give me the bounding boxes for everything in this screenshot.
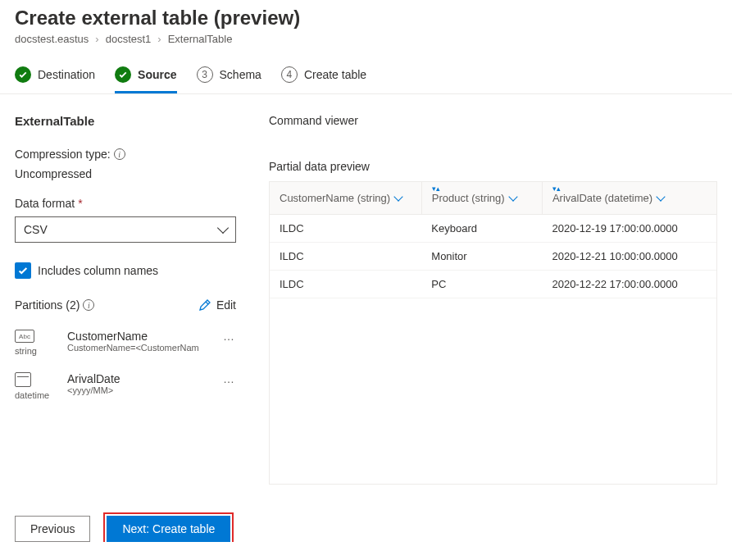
edit-partitions-button[interactable]: Edit [198,298,236,312]
partition-pattern: CustomerName=<CustomerNam [67,343,216,353]
step-destination[interactable]: Destination [15,60,95,93]
edit-label: Edit [216,298,236,312]
sort-icon: ▾▴ [432,184,440,193]
partition-name: CustomerName [67,330,216,343]
info-icon[interactable]: i [83,299,94,311]
table-cell: 2020-12-22 17:00:00.0000 [542,271,716,298]
more-icon[interactable]: … [223,372,236,385]
column-header-label: CustomerName (string) [280,192,390,204]
partition-name: ArivalDate [67,372,216,385]
table-name-heading: ExternalTable [15,114,236,128]
table-cell: Monitor [421,243,542,271]
table-row: ILDC Monitor 2020-12-21 10:00:00.0000 [270,243,716,271]
wizard-steps: Destination Source 3 Schema 4 Create tab… [0,60,732,94]
step-label: Schema [220,68,261,81]
pencil-icon [198,298,211,312]
string-type-icon: Abc [15,330,34,343]
column-header-label: Product (string) [432,192,505,204]
chevron-down-icon [508,192,517,201]
column-header[interactable]: ▾▴ ArivalDate (datetime) [542,182,716,215]
next-create-table-button[interactable]: Next: Create table [107,516,230,542]
required-indicator: * [78,197,82,210]
step-label: Create table [304,68,366,81]
compression-value: Uncompressed [15,167,236,180]
partial-preview-heading: Partial data preview [269,160,717,173]
partition-type-sub: datetime [15,390,49,400]
table-cell: ILDC [270,271,421,298]
step-number-icon: 4 [281,66,298,83]
partition-item: Abc string CustomerName CustomerName=<Cu… [15,323,236,366]
table-cell: ILDC [270,243,421,271]
breadcrumb-item[interactable]: docstest1 [106,33,152,45]
chevron-right-icon: › [157,33,161,45]
table-row: ILDC Keyboard 2020-12-19 17:00:00.0000 [270,215,716,243]
chevron-right-icon: › [95,33,98,45]
includes-column-names-checkbox[interactable] [15,262,31,279]
table-row: ILDC PC 2020-12-22 17:00:00.0000 [270,271,716,298]
includes-column-names-label: Includes column names [38,264,158,277]
partition-type-sub: string [15,346,37,356]
partition-item: datetime ArivalDate <yyyy/MM> … [15,366,236,410]
column-header[interactable]: CustomerName (string) [270,182,421,215]
step-label: Source [138,68,176,81]
breadcrumb-item[interactable]: ExternalTable [168,33,233,45]
previous-button[interactable]: Previous [15,516,90,542]
chevron-down-icon [656,192,665,201]
column-header[interactable]: ▾▴ Product (string) [421,182,542,215]
info-icon[interactable]: i [114,148,125,160]
table-cell: 2020-12-21 10:00:00.0000 [542,243,716,271]
compression-type-label: Compression type: [15,148,111,161]
table-cell: 2020-12-19 17:00:00.0000 [542,215,716,243]
page-title: Create external table (preview) [15,7,717,30]
table-cell: ILDC [270,215,421,243]
chevron-down-icon [217,222,229,234]
sort-icon: ▾▴ [552,184,561,193]
datetime-type-icon [15,372,31,387]
checkmark-icon [15,66,31,83]
partition-pattern: <yyyy/MM> [67,385,216,395]
breadcrumb-item[interactable]: docstest.eastus [15,33,89,45]
breadcrumb: docstest.eastus › docstest1 › ExternalTa… [15,33,717,45]
table-cell: Keyboard [421,215,542,243]
column-header-label: ArivalDate (datetime) [552,192,652,204]
data-preview-table: CustomerName (string) ▾▴ Product (string… [269,181,717,485]
more-icon[interactable]: … [223,330,236,343]
data-format-dropdown[interactable]: CSV [15,216,236,243]
step-create-table[interactable]: 4 Create table [281,60,366,93]
step-source[interactable]: Source [115,60,176,93]
table-cell: PC [421,271,542,298]
partitions-label: Partitions (2) [15,298,80,312]
data-format-value: CSV [24,223,48,236]
step-label: Destination [38,68,95,81]
data-format-label: Data format [15,197,75,210]
step-number-icon: 3 [197,66,213,83]
step-schema[interactable]: 3 Schema [197,60,261,93]
command-viewer-heading: Command viewer [269,114,717,127]
chevron-down-icon [393,192,402,201]
checkmark-icon [115,66,131,83]
